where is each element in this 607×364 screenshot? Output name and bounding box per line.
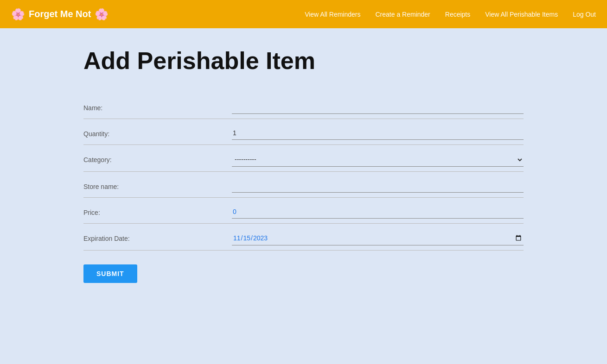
name-row: Name: bbox=[83, 93, 524, 119]
quantity-input[interactable] bbox=[232, 127, 524, 140]
category-field: ---------- Dairy Meat Produce Bakery Fro… bbox=[232, 153, 524, 167]
expiration-field bbox=[232, 232, 524, 245]
main-content: Add Perishable Item Name: Quantity: Cate… bbox=[0, 28, 607, 311]
quantity-field bbox=[232, 127, 524, 140]
name-input[interactable] bbox=[232, 101, 524, 114]
nav-create-reminder[interactable]: Create a Reminder bbox=[375, 11, 430, 18]
quantity-label: Quantity: bbox=[83, 127, 232, 138]
store-row: Store name: bbox=[83, 172, 524, 198]
submit-button[interactable]: SUBMIT bbox=[83, 264, 137, 283]
brand-name: Forget Me Not bbox=[29, 9, 91, 19]
page-title: Add Perishable Item bbox=[83, 47, 524, 75]
nav-brand: 🌸 Forget Me Not 🌸 bbox=[11, 8, 305, 21]
price-input[interactable] bbox=[232, 206, 524, 219]
expiration-label: Expiration Date: bbox=[83, 232, 232, 242]
store-label: Store name: bbox=[83, 180, 232, 190]
name-field bbox=[232, 101, 524, 114]
price-label: Price: bbox=[83, 206, 232, 216]
store-field bbox=[232, 180, 524, 193]
price-row: Price: bbox=[83, 198, 524, 224]
expiration-row: Expiration Date: bbox=[83, 224, 524, 251]
flower-right-icon: 🌸 bbox=[95, 8, 109, 21]
expiration-input[interactable] bbox=[232, 232, 524, 245]
flower-left-icon: 🌸 bbox=[11, 8, 25, 21]
add-perishable-form: Name: Quantity: Category: ---------- Dai… bbox=[83, 93, 524, 283]
price-field bbox=[232, 206, 524, 219]
nav-receipts[interactable]: Receipts bbox=[445, 11, 470, 18]
nav-links: View All Reminders Create a Reminder Rec… bbox=[305, 11, 596, 18]
nav-logout[interactable]: Log Out bbox=[573, 11, 596, 18]
name-label: Name: bbox=[83, 101, 232, 112]
navbar: 🌸 Forget Me Not 🌸 View All Reminders Cre… bbox=[0, 0, 607, 28]
nav-view-perishable[interactable]: View All Perishable Items bbox=[485, 11, 558, 18]
category-row: Category: ---------- Dairy Meat Produce … bbox=[83, 145, 524, 172]
category-select[interactable]: ---------- Dairy Meat Produce Bakery Fro… bbox=[232, 153, 524, 167]
category-label: Category: bbox=[83, 153, 232, 163]
store-input[interactable] bbox=[232, 180, 524, 193]
nav-view-reminders[interactable]: View All Reminders bbox=[305, 11, 360, 18]
submit-section: SUBMIT bbox=[83, 264, 524, 283]
quantity-row: Quantity: bbox=[83, 119, 524, 145]
